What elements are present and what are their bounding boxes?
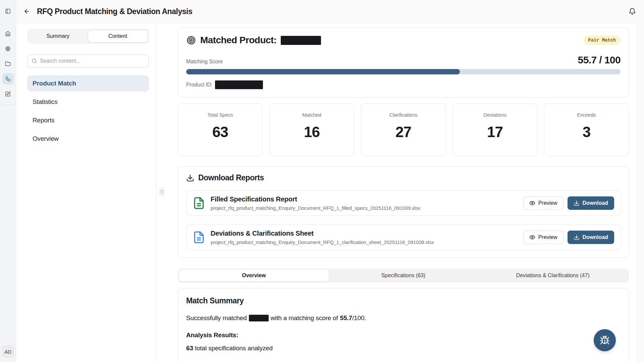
page-edge xyxy=(638,23,644,362)
stat-card-exceeds: Exceeds 3 xyxy=(544,104,629,156)
tab-deviations-clarifications[interactable]: Deviations & Clarifications (47) xyxy=(478,270,628,281)
sidebar: Summary Content Product Match Statistics… xyxy=(16,23,156,362)
page-title: RFQ Product Matching & Deviation Analysi… xyxy=(37,7,192,16)
pane-resize-handle[interactable] xyxy=(160,187,164,196)
rail-divider xyxy=(2,104,14,105)
matching-score-value: 55.7 / 100 xyxy=(578,54,621,66)
search-input[interactable] xyxy=(40,58,145,64)
redacted-product-name xyxy=(281,36,321,45)
sidebar-item-overview[interactable]: Overview xyxy=(27,131,149,147)
preview-button[interactable]: Preview xyxy=(523,196,564,210)
file-text-icon-blue xyxy=(193,231,205,244)
match-summary-card: Match Summary Successfully matched with … xyxy=(178,288,629,362)
detail-tab-bar: Overview Specifications (63) Deviations … xyxy=(178,268,629,283)
file-name: Filled Specifications Report xyxy=(211,195,420,203)
panel-toggle-icon[interactable] xyxy=(2,5,14,17)
stat-label: Deviations xyxy=(453,112,537,118)
redacted-product-name-inline xyxy=(249,315,269,321)
sidebar-item-reports[interactable]: Reports xyxy=(27,112,149,128)
stat-value: 16 xyxy=(270,124,354,140)
match-summary-title: Match Summary xyxy=(186,296,621,305)
file-filename: project_rfq_product_matching_Enquiry_Doc… xyxy=(211,239,434,245)
analysis-results-line: 63 total specifications analyzed xyxy=(186,345,621,352)
download-icon xyxy=(186,174,194,182)
file-text-icon-green xyxy=(193,197,205,209)
target-icon[interactable] xyxy=(2,43,14,54)
search-box xyxy=(27,55,149,67)
tab-content[interactable]: Content xyxy=(88,30,148,43)
app-root: AD RFQ Product Matching & Deviation Anal… xyxy=(0,0,644,362)
stat-card-deviations: Deviations 17 xyxy=(452,104,537,156)
stat-value: 27 xyxy=(361,124,445,140)
stat-card-matched: Matched 16 xyxy=(269,104,354,156)
download-reports-title: Download Reports xyxy=(198,173,264,182)
bug-icon xyxy=(600,335,610,345)
download-button[interactable]: Download xyxy=(568,231,614,244)
stat-value: 3 xyxy=(544,124,629,140)
preview-button[interactable]: Preview xyxy=(523,231,564,244)
matched-product-card: Matched Product: Fair Match Matching Sco… xyxy=(178,27,629,98)
file-name: Deviations & Clarifications Sheet xyxy=(211,230,434,237)
match-quality-badge: Fair Match xyxy=(584,36,621,45)
sidebar-nav: Product Match Statistics Reports Overvie… xyxy=(27,75,149,147)
eye-icon xyxy=(529,200,535,206)
redacted-product-id xyxy=(215,80,263,89)
top-bar: RFQ Product Matching & Deviation Analysi… xyxy=(16,0,644,23)
edit-icon[interactable] xyxy=(2,88,14,100)
sidebar-item-product-match[interactable]: Product Match xyxy=(27,75,149,92)
stat-label: Matched xyxy=(270,112,354,118)
tab-summary[interactable]: Summary xyxy=(28,30,88,43)
main-panel: Matched Product: Fair Match Matching Sco… xyxy=(156,23,644,362)
sidebar-item-statistics[interactable]: Statistics xyxy=(27,94,149,110)
sidebar-tab-group: Summary Content xyxy=(27,29,149,44)
download-button[interactable]: Download xyxy=(568,196,614,210)
stat-label: Clarifications xyxy=(361,112,445,118)
stat-value: 63 xyxy=(178,124,262,140)
home-icon[interactable] xyxy=(2,28,14,39)
stat-label: Total Specs xyxy=(178,112,262,118)
content-area: Summary Content Product Match Statistics… xyxy=(16,23,644,362)
product-id-label: Product ID: xyxy=(186,82,212,88)
stat-card-total-specs: Total Specs 63 xyxy=(178,104,263,156)
file-filename: project_rfq_product_matching_Enquiry_Doc… xyxy=(211,205,420,211)
tab-specifications[interactable]: Specifications (63) xyxy=(329,270,478,281)
bug-report-fab[interactable] xyxy=(594,329,616,351)
icon-rail: AD xyxy=(0,0,16,362)
analysis-results-heading: Analysis Results: xyxy=(186,331,621,339)
bullseye-icon xyxy=(186,35,196,45)
back-button[interactable] xyxy=(21,6,32,17)
search-icon xyxy=(32,58,37,64)
stat-card-clarifications: Clarifications 27 xyxy=(361,104,446,156)
download-icon xyxy=(574,234,580,240)
folder-icon[interactable] xyxy=(2,58,14,69)
download-reports-card: Download Reports Filled Specifications R… xyxy=(178,166,629,258)
bell-icon[interactable] xyxy=(627,6,638,17)
eye-icon xyxy=(529,234,535,240)
stats-row: Total Specs 63 Matched 16 Clarifications… xyxy=(178,104,629,156)
match-summary-sentence: Successfully matched with a matching sco… xyxy=(186,313,621,323)
file-row-filled-specs: Filled Specifications Report project_rfq… xyxy=(186,190,621,216)
user-avatar[interactable]: AD xyxy=(2,345,14,358)
stat-value: 17 xyxy=(453,124,537,140)
file-row-clarification-sheet: Deviations & Clarifications Sheet projec… xyxy=(186,225,621,250)
matching-score-progressbar xyxy=(186,69,621,74)
tab-overview[interactable]: Overview xyxy=(179,270,329,281)
workflow-icon[interactable] xyxy=(2,73,14,84)
progressbar-fill xyxy=(186,69,460,74)
stat-label: Exceeds xyxy=(544,112,629,118)
matched-product-title: Matched Product: xyxy=(200,35,277,46)
download-icon xyxy=(574,200,580,206)
matching-score-label: Matching Score xyxy=(186,59,223,65)
